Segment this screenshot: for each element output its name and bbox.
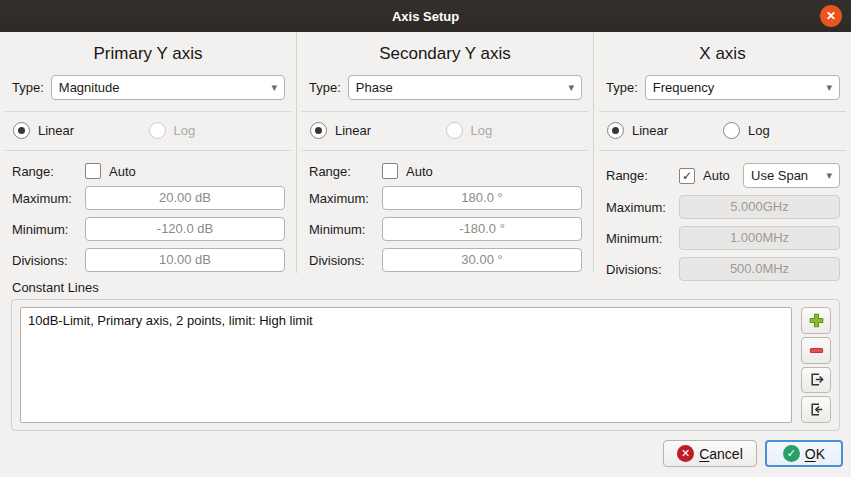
radio-icon [723, 122, 740, 139]
chevron-down-icon: ▾ [271, 81, 277, 94]
primary-maximum-input[interactable]: 20.00 dB [85, 186, 285, 210]
primary-minimum-input[interactable]: -120.0 dB [85, 217, 285, 241]
secondary-linear-radio[interactable]: Linear [310, 122, 446, 139]
ok-button[interactable]: ✓ OK [765, 440, 843, 467]
x-maximum-input: 5.000GHz [679, 195, 840, 219]
separator [302, 150, 588, 151]
range-label: Range: [12, 164, 85, 179]
checkbox-icon: ✓ [679, 168, 695, 184]
primary-type-select[interactable]: Magnitude ▾ [51, 75, 285, 100]
chevron-down-icon: ▾ [568, 81, 574, 94]
radio-icon [13, 122, 30, 139]
secondary-log-radio: Log [446, 122, 582, 139]
minimum-label: Minimum: [606, 231, 679, 246]
import-button[interactable] [801, 396, 831, 423]
x-log-radio[interactable]: Log [723, 122, 839, 139]
axis-setup-dialog: Axis Setup ✕ Primary Y axis Type: Magnit… [0, 0, 851, 477]
x-axis-column: X axis Type: Frequency ▾ Linear Log [593, 32, 851, 273]
minimum-label: Minimum: [309, 222, 382, 237]
constant-lines-toolbar [801, 307, 831, 423]
range-label: Range: [606, 168, 679, 183]
constant-lines-list[interactable]: 10dB-Limit, Primary axis, 2 points, limi… [20, 307, 792, 423]
minimum-label: Minimum: [12, 222, 85, 237]
secondary-divisions-input[interactable]: 30.00 ° [382, 248, 582, 272]
type-label: Type: [309, 80, 341, 95]
maximum-label: Maximum: [606, 200, 679, 215]
primary-log-radio: Log [149, 122, 285, 139]
cancel-icon: ✕ [677, 445, 694, 462]
primary-y-axis-heading: Primary Y axis [0, 32, 296, 66]
divisions-label: Divisions: [606, 262, 679, 277]
divisions-label: Divisions: [12, 253, 85, 268]
checkbox-icon: ✓ [382, 163, 398, 179]
import-icon [808, 401, 825, 418]
cancel-button[interactable]: ✕ Cancel [663, 440, 757, 467]
chevron-down-icon: ▾ [826, 169, 832, 182]
secondary-maximum-input[interactable]: 180.0 ° [382, 186, 582, 210]
radio-icon [607, 122, 624, 139]
constant-lines-frame: 10dB-Limit, Primary axis, 2 points, limi… [11, 299, 840, 431]
dialog-title: Axis Setup [392, 9, 459, 24]
list-item[interactable]: 10dB-Limit, Primary axis, 2 points, limi… [28, 312, 784, 329]
x-divisions-input: 500.0MHz [679, 257, 840, 281]
primary-y-axis-column: Primary Y axis Type: Magnitude ▾ Linear … [0, 32, 296, 273]
maximum-label: Maximum: [12, 191, 85, 206]
radio-icon [149, 122, 166, 139]
chevron-down-icon: ▾ [826, 81, 832, 94]
checkbox-icon: ✓ [85, 163, 101, 179]
footer: ✕ Cancel ✓ OK [0, 431, 851, 467]
export-button[interactable] [801, 367, 831, 394]
x-linear-radio[interactable]: Linear [607, 122, 723, 139]
separator [5, 111, 291, 112]
primary-linear-radio[interactable]: Linear [13, 122, 149, 139]
x-minimum-input: 1.000MHz [679, 226, 840, 250]
type-label: Type: [606, 80, 638, 95]
radio-icon [446, 122, 463, 139]
maximum-label: Maximum: [309, 191, 382, 206]
secondary-y-axis-heading: Secondary Y axis [297, 32, 593, 66]
secondary-type-select[interactable]: Phase ▾ [348, 75, 582, 100]
type-label: Type: [12, 80, 44, 95]
titlebar: Axis Setup ✕ [0, 0, 851, 32]
constant-lines-label: Constant Lines [12, 280, 851, 295]
export-icon [808, 371, 825, 388]
secondary-auto-checkbox[interactable]: ✓ Auto [382, 163, 433, 179]
separator [5, 150, 291, 151]
separator [302, 111, 588, 112]
remove-button[interactable] [801, 337, 831, 364]
axis-columns: Primary Y axis Type: Magnitude ▾ Linear … [0, 32, 851, 273]
separator [599, 111, 846, 112]
range-label: Range: [309, 164, 382, 179]
close-icon: ✕ [826, 5, 836, 27]
secondary-minimum-input[interactable]: -180.0 ° [382, 217, 582, 241]
x-axis-heading: X axis [594, 32, 851, 66]
secondary-y-axis-column: Secondary Y axis Type: Phase ▾ Linear Lo… [296, 32, 593, 273]
close-button[interactable]: ✕ [820, 5, 842, 27]
ok-icon: ✓ [783, 445, 800, 462]
primary-divisions-input[interactable]: 10.00 dB [85, 248, 285, 272]
plus-icon [808, 312, 825, 329]
divisions-label: Divisions: [309, 253, 382, 268]
x-type-select[interactable]: Frequency ▾ [645, 75, 840, 100]
minus-icon [808, 342, 825, 359]
primary-auto-checkbox[interactable]: ✓ Auto [85, 163, 136, 179]
separator [599, 150, 846, 151]
x-auto-checkbox[interactable]: ✓ Auto [679, 168, 730, 184]
radio-icon [310, 122, 327, 139]
use-span-select[interactable]: Use Span ▾ [743, 163, 840, 188]
add-button[interactable] [801, 307, 831, 334]
